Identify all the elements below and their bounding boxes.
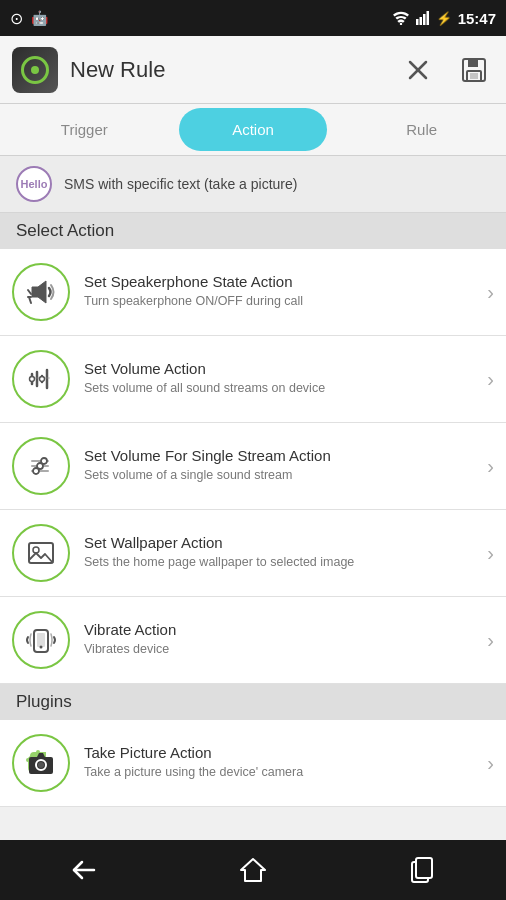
speakerphone-title: Set Speakerphone State Action <box>84 273 479 290</box>
home-icon <box>239 856 267 884</box>
svg-marker-11 <box>32 281 46 303</box>
take-picture-title: Take Picture Action <box>84 744 479 761</box>
bottom-nav <box>0 840 506 900</box>
svg-point-32 <box>40 646 43 649</box>
svg-rect-39 <box>416 858 432 878</box>
camera-icon-wrap <box>12 734 70 792</box>
battery-icon: ⚡ <box>436 11 452 26</box>
speakerphone-icon-wrap <box>12 263 70 321</box>
volume-icon-wrap <box>12 350 70 408</box>
wallpaper-title: Set Wallpaper Action <box>84 534 479 551</box>
svg-point-27 <box>33 468 39 474</box>
volume-chevron: › <box>487 368 494 391</box>
volume-single-desc: Sets volume of a single sound stream <box>84 467 479 485</box>
time-display: 15:47 <box>458 10 496 27</box>
vibrate-text: Vibrate Action Vibrates device <box>84 621 479 659</box>
svg-rect-10 <box>470 73 478 79</box>
svg-line-12 <box>28 290 31 294</box>
recents-button[interactable] <box>397 852 447 888</box>
android-icon: 🤖 <box>31 10 48 26</box>
svg-rect-1 <box>416 19 419 25</box>
wallpaper-chevron: › <box>487 542 494 565</box>
app-bar-actions <box>398 50 494 90</box>
app-logo-inner <box>21 56 49 84</box>
speakerphone-desc: Turn speakerphone ON/OFF during call <box>84 293 479 311</box>
wifi-icon <box>392 11 410 25</box>
svg-point-0 <box>399 23 401 25</box>
camera-icon <box>27 749 55 777</box>
app-bar: New Rule <box>0 36 506 104</box>
save-button[interactable] <box>454 50 494 90</box>
volume-icon <box>24 362 58 396</box>
take-picture-desc: Take a picture using the device' camera <box>84 764 479 782</box>
page-title: New Rule <box>70 57 398 83</box>
action-list: Set Speakerphone State Action Turn speak… <box>0 249 506 840</box>
tab-rule[interactable]: Rule <box>337 104 506 155</box>
speakerphone-text: Set Speakerphone State Action Turn speak… <box>84 273 479 311</box>
signal-icon <box>416 11 430 25</box>
volume-single-icon <box>24 449 58 483</box>
context-text: SMS with specific text (take a picture) <box>64 176 297 192</box>
speakerphone-chevron: › <box>487 281 494 304</box>
svg-point-35 <box>38 762 44 768</box>
svg-point-21 <box>40 377 45 382</box>
svg-rect-4 <box>426 11 429 25</box>
svg-point-26 <box>41 458 47 464</box>
action-item-vibrate[interactable]: Vibrate Action Vibrates device › <box>0 597 506 684</box>
app-logo-dot <box>31 66 39 74</box>
plugin-section-header: Plugins <box>0 684 506 720</box>
close-button[interactable] <box>398 50 438 90</box>
tab-action-label: Action <box>232 121 274 138</box>
action-item-volume-single[interactable]: Set Volume For Single Stream Action Sets… <box>0 423 506 510</box>
action-item-speakerphone[interactable]: Set Speakerphone State Action Turn speak… <box>0 249 506 336</box>
section-header: Select Action <box>0 213 506 249</box>
wallpaper-icon <box>24 536 58 570</box>
vibrate-icon <box>24 623 58 657</box>
speakerphone-icon <box>24 275 58 309</box>
vibrate-title: Vibrate Action <box>84 621 479 638</box>
tab-rule-label: Rule <box>406 121 437 138</box>
volume-single-title: Set Volume For Single Stream Action <box>84 447 479 464</box>
circle-icon: ⊙ <box>10 9 23 28</box>
tab-action[interactable]: Action <box>169 104 338 155</box>
svg-rect-8 <box>468 59 478 67</box>
context-bar: Hello SMS with specific text (take a pic… <box>0 156 506 213</box>
action-item-wallpaper[interactable]: Set Wallpaper Action Sets the home page … <box>0 510 506 597</box>
vibrate-desc: Vibrates device <box>84 641 479 659</box>
svg-rect-2 <box>419 17 422 25</box>
volume-single-chevron: › <box>487 455 494 478</box>
volume-single-text: Set Volume For Single Stream Action Sets… <box>84 447 479 485</box>
action-item-volume[interactable]: Set Volume Action Sets volume of all sou… <box>0 336 506 423</box>
vibrate-chevron: › <box>487 629 494 652</box>
wallpaper-text: Set Wallpaper Action Sets the home page … <box>84 534 479 572</box>
svg-rect-3 <box>423 14 426 25</box>
status-bar-left: ⊙ 🤖 <box>10 9 48 28</box>
svg-point-29 <box>33 547 39 553</box>
recents-icon <box>409 857 435 883</box>
svg-rect-31 <box>37 633 45 647</box>
volume-desc: Sets volume of all sound streams on devi… <box>84 380 479 398</box>
tab-trigger[interactable]: Trigger <box>0 104 169 155</box>
status-bar: ⊙ 🤖 ⚡ 15:47 <box>0 0 506 36</box>
volume-single-icon-wrap <box>12 437 70 495</box>
back-button[interactable] <box>59 852 109 888</box>
take-picture-chevron: › <box>487 752 494 775</box>
take-picture-text: Take Picture Action Take a picture using… <box>84 744 479 782</box>
status-bar-right: ⚡ 15:47 <box>392 10 496 27</box>
volume-text: Set Volume Action Sets volume of all sou… <box>84 360 479 398</box>
svg-marker-37 <box>241 859 265 881</box>
tab-bar: Trigger Action Rule <box>0 104 506 156</box>
action-item-take-picture[interactable]: Take Picture Action Take a picture using… <box>0 720 506 807</box>
vibrate-icon-wrap <box>12 611 70 669</box>
svg-point-20 <box>30 377 35 382</box>
wallpaper-desc: Sets the home page wallpaper to selected… <box>84 554 479 572</box>
tab-trigger-label: Trigger <box>61 121 108 138</box>
back-icon <box>70 859 98 881</box>
volume-title: Set Volume Action <box>84 360 479 377</box>
wallpaper-icon-wrap <box>12 524 70 582</box>
home-button[interactable] <box>228 852 278 888</box>
app-logo <box>12 47 58 93</box>
sms-icon: Hello <box>16 166 52 202</box>
